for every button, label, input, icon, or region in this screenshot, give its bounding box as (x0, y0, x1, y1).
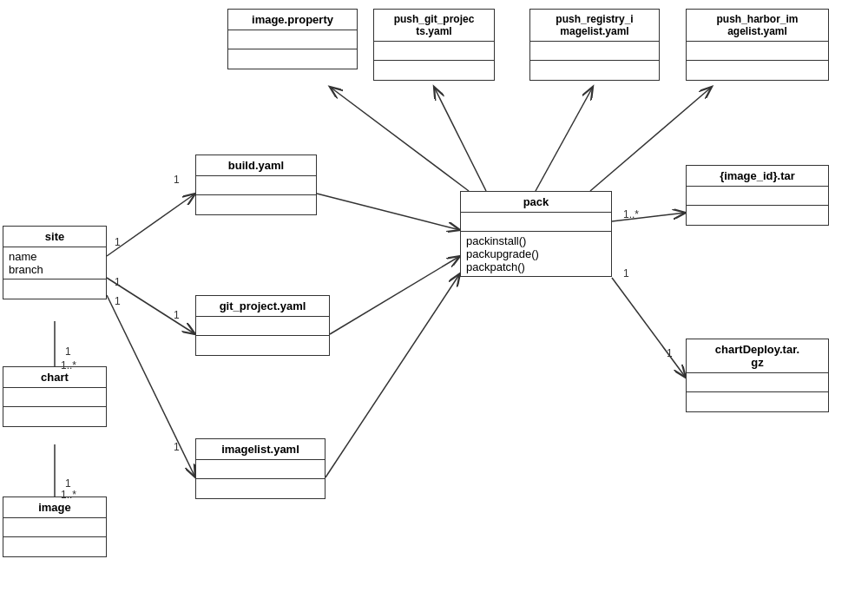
box-site: site name branch (3, 226, 107, 299)
diagram-container: site name branch chart image image.prope… (0, 0, 868, 605)
box-image-property-attr (228, 30, 357, 49)
mult-chart-image-star: 1..* (61, 489, 76, 501)
line-pack-pushregistry (536, 87, 593, 191)
line-imagelist-pack (326, 273, 460, 477)
pack-method-install: packinstall() (466, 234, 606, 247)
box-push-registry-header: push_registry_imagelist.yaml (530, 10, 659, 42)
box-chart: chart (3, 366, 107, 427)
box-site-attr: name branch (3, 247, 106, 279)
pack-method-upgrade: packupgrade() (466, 247, 606, 260)
box-push-registry-imagelist: push_registry_imagelist.yaml (529, 9, 660, 81)
box-chart-methods (3, 407, 106, 426)
mult-site-chart-1: 1 (65, 345, 71, 358)
box-image: image (3, 496, 107, 557)
box-chart-deploy-header: chartDeploy.tar.gz (687, 339, 828, 373)
box-image-id-tar-attr (687, 187, 828, 206)
box-pack-attr (461, 213, 611, 232)
box-image-id-tar: {image_id}.tar (686, 165, 829, 226)
box-imagelist-yaml-methods (196, 479, 325, 498)
box-chart-deploy-methods (687, 392, 828, 411)
box-image-property: image.property (227, 9, 358, 69)
box-build-yaml-attr (196, 176, 316, 195)
box-pack-header: pack (461, 192, 611, 213)
box-git-project-yaml: git_project.yaml (195, 295, 330, 356)
mult-site-build-right: 1 (174, 174, 180, 186)
box-build-yaml: build.yaml (195, 155, 317, 215)
box-push-harbor-header: push_harbor_imagelist.yaml (687, 10, 828, 42)
box-pack: pack packinstall() packupgrade() packpat… (460, 191, 612, 277)
box-imagelist-yaml: imagelist.yaml (195, 438, 326, 499)
box-site-methods (3, 279, 106, 299)
line-build-pack (317, 194, 460, 230)
box-image-methods (3, 537, 106, 556)
box-git-project-yaml-header: git_project.yaml (196, 296, 329, 317)
box-image-header: image (3, 497, 106, 518)
mult-pack-tar-star: 1..* (623, 208, 639, 220)
box-imagelist-yaml-header: imagelist.yaml (196, 439, 325, 460)
mult-site-git-right: 1 (174, 309, 180, 321)
mult-site-git-left: 1 (115, 276, 121, 288)
box-imagelist-yaml-attr (196, 460, 325, 479)
box-chart-deploy-tar-gz: chartDeploy.tar.gz (686, 339, 829, 412)
line-pack-pushgit (434, 87, 486, 191)
box-push-registry-attr (530, 42, 659, 61)
mult-pack-chartdeploy-1a: 1 (623, 267, 629, 279)
pack-method-patch: packpatch() (466, 260, 606, 273)
box-build-yaml-header: build.yaml (196, 155, 316, 176)
box-image-id-tar-methods (687, 206, 828, 225)
site-attr-branch: branch (9, 263, 101, 276)
mult-site-imagelist-right: 1 (174, 441, 180, 453)
box-git-project-yaml-methods (196, 336, 329, 355)
box-push-registry-methods (530, 61, 659, 80)
mult-site-imagelist-left: 1 (115, 295, 121, 307)
box-push-git-attr (374, 42, 494, 61)
box-image-property-header: image.property (228, 10, 357, 30)
box-site-header: site (3, 227, 106, 247)
mult-chart-image-1: 1 (65, 477, 71, 490)
box-push-git-projects: push_git_projects.yaml (373, 9, 495, 81)
line-git-pack (330, 256, 460, 334)
mult-site-chart-star: 1..* (61, 359, 76, 372)
box-push-harbor-attr (687, 42, 828, 61)
mult-pack-chartdeploy-1b: 1 (667, 347, 673, 359)
mult-site-build-left: 1 (115, 236, 121, 248)
box-image-property-methods (228, 49, 357, 69)
box-push-harbor-methods (687, 61, 828, 80)
box-chart-header: chart (3, 367, 106, 388)
box-pack-methods: packinstall() packupgrade() packpatch() (461, 232, 611, 276)
box-push-git-methods (374, 61, 494, 80)
site-attr-name: name (9, 250, 101, 263)
box-chart-attr (3, 388, 106, 407)
box-image-attr (3, 518, 106, 537)
box-git-project-yaml-attr (196, 317, 329, 336)
box-image-id-tar-header: {image_id}.tar (687, 166, 828, 187)
line-pack-chartdeploy (612, 278, 686, 378)
box-push-git-projects-header: push_git_projects.yaml (374, 10, 494, 42)
line-site-imagelist (107, 295, 195, 477)
diagram-svg (0, 0, 868, 605)
box-build-yaml-methods (196, 195, 316, 214)
box-push-harbor-imagelist: push_harbor_imagelist.yaml (686, 9, 829, 81)
box-chart-deploy-attr (687, 373, 828, 392)
line-pack-imageproperty (330, 87, 469, 191)
